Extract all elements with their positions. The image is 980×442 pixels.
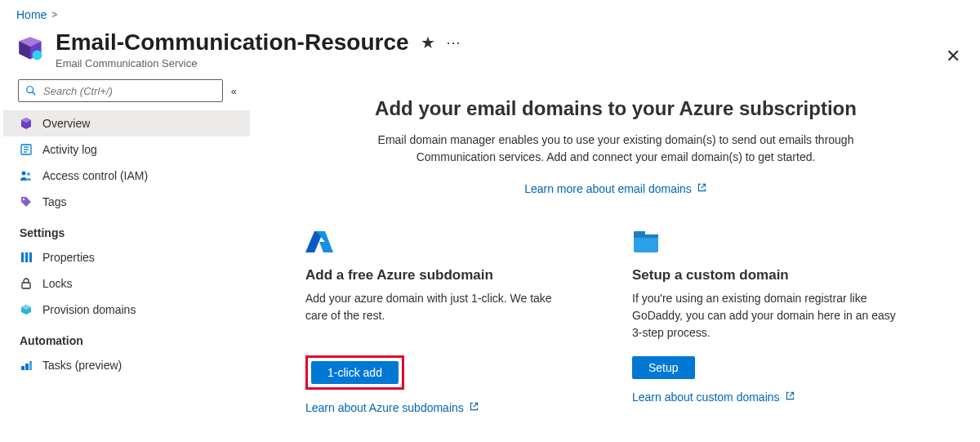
external-link-icon [469,401,479,414]
search-icon [25,85,37,96]
sidebar-item-overview[interactable]: Overview [3,110,250,136]
svg-rect-10 [21,252,24,262]
sidebar-item-access-control[interactable]: Access control (IAM) [3,163,250,189]
overview-icon [20,117,33,130]
highlight-box: 1-click add [305,355,404,390]
learn-azure-subdomains-link[interactable]: Learn about Azure subdomains [305,401,479,414]
sidebar-item-label: Locks [42,277,73,290]
sidebar-item-tags[interactable]: Tags [3,189,250,215]
breadcrumb: Home > [0,0,980,26]
sidebar-item-label: Provision domains [42,303,136,316]
sidebar-item-label: Access control (IAM) [42,169,148,182]
main-content: Add your email domains to your Azure sub… [252,78,980,438]
properties-icon [20,251,33,264]
setup-button[interactable]: Setup [632,356,695,379]
svg-rect-14 [21,366,24,370]
resource-icon [16,34,44,62]
sidebar-item-label: Tasks (preview) [42,359,122,372]
folder-icon [632,228,660,256]
favorite-star-icon[interactable]: ★ [421,33,435,52]
svg-line-2 [33,92,36,96]
azure-logo-icon [305,228,333,256]
lock-icon [20,277,33,290]
sidebar-item-tasks[interactable]: Tasks (preview) [3,352,250,378]
sidebar-item-properties[interactable]: Properties [3,244,250,270]
cards-row: Add a free Azure subdomain Add your azur… [301,228,931,414]
card-desc: Add your azure domain with just 1-click.… [305,290,575,341]
resource-header: Email-Communication-Resource ★ ··· Email… [0,26,980,78]
search-input[interactable] [43,85,216,97]
tasks-icon [20,359,33,372]
hero-title: Add your email domains to your Azure sub… [301,97,931,120]
svg-rect-13 [22,283,30,288]
hero-section: Add your email domains to your Azure sub… [301,97,931,195]
hero-learn-more-link[interactable]: Learn more about email domains [524,182,707,195]
svg-rect-11 [25,252,28,262]
svg-point-7 [22,172,26,176]
svg-point-1 [27,87,33,93]
provision-domains-icon [20,303,33,316]
page-subtitle: Email Communication Service [56,57,461,69]
svg-point-8 [27,172,30,176]
svg-point-0 [33,51,42,60]
sidebar-item-label: Activity log [42,143,97,156]
svg-rect-16 [29,361,32,370]
tags-icon [20,195,33,208]
sidebar-item-label: Tags [42,195,67,208]
search-box[interactable] [18,79,223,102]
sidebar-item-label: Properties [42,251,95,264]
svg-point-9 [23,199,24,200]
sidebar: « Overview Activity log Access control (… [0,78,252,438]
page-title: Email-Communication-Resource [56,29,409,56]
sidebar-item-activity-log[interactable]: Activity log [3,136,250,163]
breadcrumb-home[interactable]: Home [16,8,47,21]
sidebar-item-locks[interactable]: Locks [3,270,250,297]
card-title: Setup a custom domain [632,267,902,284]
sidebar-item-provision-domains[interactable]: Provision domains [3,297,250,323]
card-title: Add a free Azure subdomain [305,267,575,284]
card-azure-subdomain: Add a free Azure subdomain Add your azur… [305,228,575,414]
sidebar-heading-automation: Automation [3,323,250,352]
svg-rect-15 [25,364,29,370]
more-menu-icon[interactable]: ··· [447,34,461,51]
activity-log-icon [20,143,33,156]
external-link-icon [785,391,795,404]
link-text: Learn about Azure subdomains [305,401,464,414]
external-link-icon [697,182,707,195]
svg-rect-19 [634,234,658,238]
sidebar-heading-settings: Settings [3,215,250,244]
chevron-right-icon: > [51,9,57,20]
card-custom-domain: Setup a custom domain If you're using an… [632,228,902,414]
close-icon[interactable]: ✕ [946,46,960,67]
access-control-icon [20,169,33,182]
svg-rect-12 [29,252,32,262]
one-click-add-button[interactable]: 1-click add [311,361,399,384]
hero-description: Email domain manager enables you to use … [338,132,893,166]
card-desc: If you're using an existing domain regis… [632,290,902,342]
link-text: Learn more about email domains [524,182,692,195]
learn-custom-domains-link[interactable]: Learn about custom domains [632,391,795,404]
collapse-sidebar-icon[interactable]: « [231,85,237,97]
sidebar-nav: Overview Activity log Access control (IA… [3,110,252,438]
sidebar-item-label: Overview [42,117,90,130]
link-text: Learn about custom domains [632,391,780,404]
